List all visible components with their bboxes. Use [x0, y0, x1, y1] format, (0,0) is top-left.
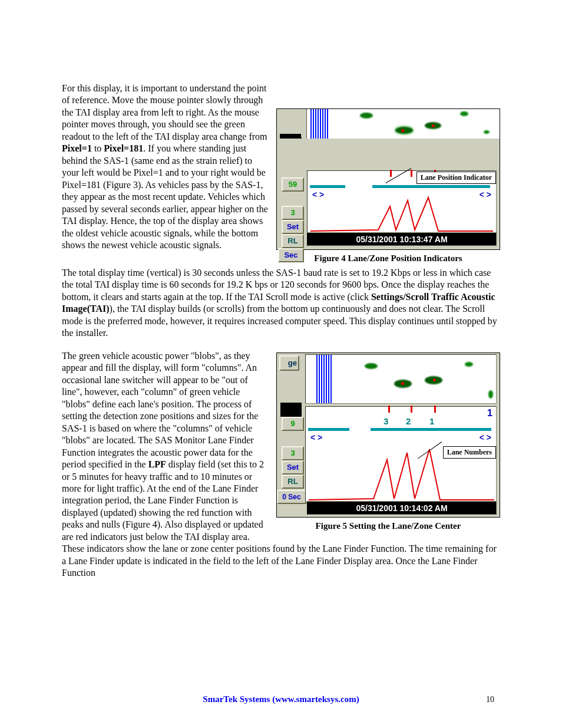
rl-button[interactable]: RL [282, 475, 304, 489]
callout-lane-position: Lane Position Indicator [416, 172, 496, 184]
set-button[interactable]: Set [282, 460, 304, 475]
ge-label: ge [279, 355, 299, 371]
figure-4-image: 59 3 Set RL Sec 1 [276, 108, 500, 250]
readout-value: 9 [282, 417, 304, 431]
figure-4-caption: Figure 4 Lane/Zone Position Indicators [276, 253, 500, 263]
page-number: 10 [486, 695, 494, 704]
value-3-button[interactable]: 3 [282, 206, 304, 220]
readout-value: 59 [282, 177, 304, 192]
paragraph-2: The total display time (vertical) is 30 … [62, 267, 500, 340]
value-3-button[interactable]: 3 [282, 446, 304, 460]
footer-link[interactable]: SmarTek Systems (www.smarteksys.com) [0, 694, 562, 704]
rl-button[interactable]: RL [282, 234, 304, 248]
callout-lane-numbers: Lane Numbers [443, 446, 496, 459]
figure-5-caption: Figure 5 Setting the Lane/Zone Center [276, 521, 500, 531]
figure-4-block: 59 3 Set RL Sec 1 [276, 108, 500, 263]
set-button[interactable]: Set [282, 220, 304, 234]
sec-button[interactable]: 0 Sec [277, 490, 306, 504]
timestamp-strip: 05/31/2001 10:14:02 AM [307, 502, 497, 515]
sec-button[interactable]: Sec [278, 248, 304, 262]
figure-5-image: ge 9 [276, 353, 500, 518]
figure-5-block: ge 9 [276, 353, 500, 531]
timestamp-strip: 05/31/2001 10:13:47 AM [307, 233, 497, 246]
